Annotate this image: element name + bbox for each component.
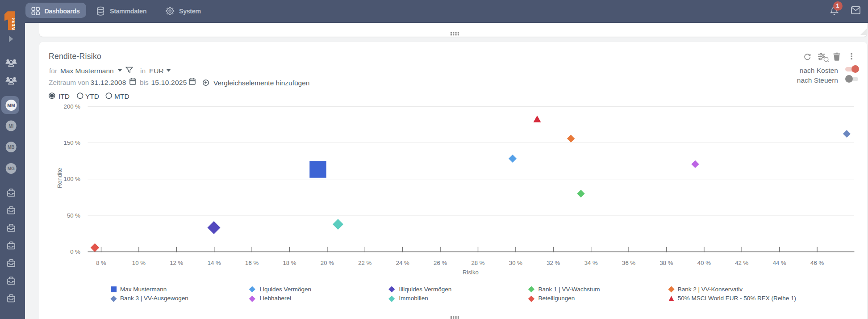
svg-text:Max Mustermann: Max Mustermann xyxy=(120,286,167,293)
svg-text:Liebhaberei: Liebhaberei xyxy=(259,295,291,302)
svg-text:50% MSCI World EUR - 50% REX (: 50% MSCI World EUR - 50% REX (Reihe 1) xyxy=(678,295,796,302)
svg-text:150 %: 150 % xyxy=(64,139,81,146)
svg-text:22 %: 22 % xyxy=(358,260,371,266)
svg-text:Immobilien: Immobilien xyxy=(399,295,428,302)
svg-text:38 %: 38 % xyxy=(659,260,673,266)
svg-text:12 %: 12 % xyxy=(170,260,183,266)
svg-text:Bank 3 | VV-Ausgewogen: Bank 3 | VV-Ausgewogen xyxy=(120,295,188,302)
svg-text:Liquides Vermögen: Liquides Vermögen xyxy=(259,286,311,293)
svg-text:46 %: 46 % xyxy=(810,260,824,266)
svg-text:34 %: 34 % xyxy=(584,260,598,266)
svg-text:44 %: 44 % xyxy=(773,260,786,266)
svg-text:42 %: 42 % xyxy=(735,260,748,266)
svg-text:Bank 1 | VV-Wachstum: Bank 1 | VV-Wachstum xyxy=(538,286,600,293)
svg-text:0 %: 0 % xyxy=(70,248,80,255)
svg-text:100 %: 100 % xyxy=(64,176,81,182)
svg-text:50 %: 50 % xyxy=(67,212,80,219)
svg-text:24 %: 24 % xyxy=(396,260,409,266)
svg-text:32 %: 32 % xyxy=(547,260,560,266)
svg-text:40 %: 40 % xyxy=(697,260,711,266)
svg-text:30 %: 30 % xyxy=(509,260,522,266)
svg-text:200 %: 200 % xyxy=(64,103,81,110)
svg-text:Beteiligungen: Beteiligungen xyxy=(538,295,575,302)
svg-text:8 %: 8 % xyxy=(96,260,106,266)
svg-text:18 %: 18 % xyxy=(283,260,296,266)
svg-text:26 %: 26 % xyxy=(434,260,447,266)
svg-text:Bank 2 | VV-Konservativ: Bank 2 | VV-Konservativ xyxy=(678,286,743,293)
svg-text:36 %: 36 % xyxy=(622,260,635,266)
svg-text:Illiquides Vermögen: Illiquides Vermögen xyxy=(399,286,451,293)
svg-text:Rendite: Rendite xyxy=(56,168,63,188)
svg-text:20 %: 20 % xyxy=(321,260,334,266)
svg-text:28 %: 28 % xyxy=(471,260,484,266)
svg-text:10 %: 10 % xyxy=(132,260,146,266)
svg-text:14 %: 14 % xyxy=(208,260,221,266)
svg-text:16 %: 16 % xyxy=(245,260,259,266)
svg-text:Risiko: Risiko xyxy=(463,269,479,276)
